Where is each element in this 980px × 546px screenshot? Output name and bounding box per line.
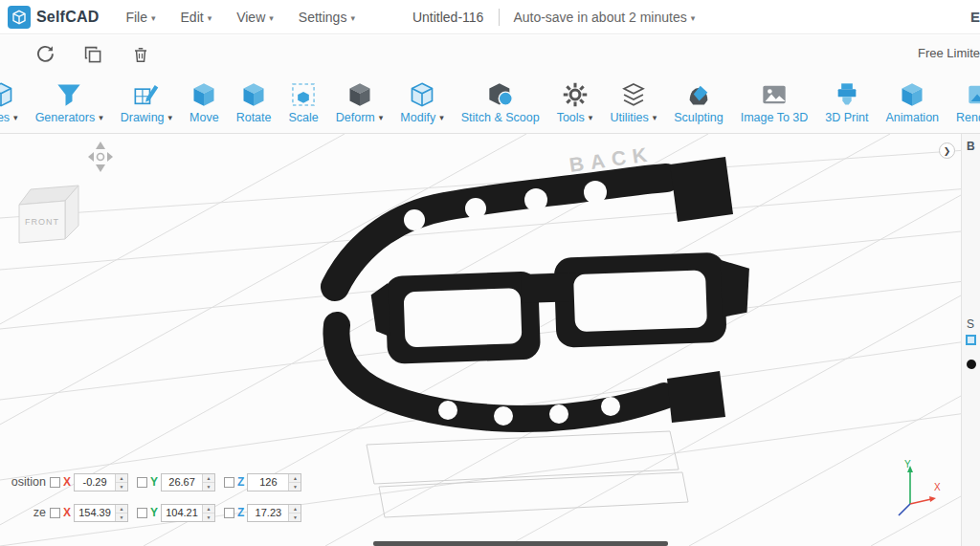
orbit-left-icon	[88, 152, 94, 162]
stepper-down-icon[interactable]	[116, 513, 127, 521]
size-x-checkbox[interactable]	[50, 508, 60, 518]
selfcad-logo-icon	[8, 6, 31, 29]
rotate-icon	[240, 81, 267, 108]
axis-z-arrow-icon	[899, 504, 910, 515]
position-z-input[interactable]: 126	[247, 473, 301, 491]
view-cube[interactable]: FRONT	[8, 176, 94, 252]
position-x-checkbox[interactable]	[50, 477, 60, 488]
right-panel-toggle[interactable]	[939, 142, 955, 159]
scene-item-color-swatch[interactable]	[967, 360, 976, 369]
model-glasses[interactable]	[335, 157, 752, 426]
menu-settings[interactable]: Settings	[299, 10, 355, 25]
stepper-up-icon[interactable]	[203, 474, 214, 483]
tool-utilities[interactable]: Utilities	[601, 81, 665, 124]
stepper-up-icon[interactable]	[289, 474, 301, 483]
tool-animation[interactable]: Animation	[877, 81, 947, 124]
axis-z-label: Z	[237, 475, 244, 489]
stepper-up-icon[interactable]	[116, 474, 127, 483]
size-y-checkbox[interactable]	[137, 508, 147, 518]
redo-icon	[35, 45, 55, 64]
delete-button[interactable]	[124, 41, 157, 68]
size-row: ze X 154.39 Y 104.21	[0, 503, 310, 522]
position-label: osition	[0, 475, 46, 489]
tool-stitch-scoop[interactable]: Stitch & Scoop	[453, 81, 548, 124]
orbit-control[interactable]	[82, 140, 119, 178]
selfcad-logo[interactable]: SelfCAD	[8, 6, 99, 29]
sculpting-icon	[685, 81, 712, 108]
stepper-up-icon[interactable]	[116, 505, 127, 513]
tools-icon	[562, 81, 589, 108]
redo-button[interactable]	[29, 41, 61, 68]
temple-end-block-bottom[interactable]	[667, 371, 725, 423]
menubar-divider	[499, 9, 500, 26]
position-z-checkbox[interactable]	[224, 477, 234, 488]
menu-file[interactable]: File	[125, 10, 155, 25]
position-y-stepper	[202, 474, 214, 491]
stepper-down-icon[interactable]	[203, 513, 214, 521]
3d-viewport[interactable]: BACK	[0, 134, 980, 546]
transform-panel: osition X -0.29 Y 26.67	[0, 472, 310, 534]
generators-icon	[56, 81, 82, 108]
menu-view[interactable]: View	[236, 10, 274, 25]
glasses-front-frame[interactable]	[370, 251, 752, 365]
stepper-down-icon[interactable]	[289, 483, 301, 491]
position-x-stepper	[115, 474, 127, 491]
tool-tools[interactable]: Tools	[548, 81, 602, 124]
tool-modify[interactable]: Modify	[391, 81, 452, 124]
stepper-down-icon[interactable]	[203, 483, 214, 491]
tool-drawing[interactable]: Drawing	[112, 81, 181, 124]
temple-end-block-top[interactable]	[670, 157, 733, 222]
tool-generators[interactable]: Generators	[27, 81, 112, 124]
axis-x-arrow-icon	[929, 496, 936, 502]
axis-y-label: Y	[150, 475, 158, 489]
move-icon	[190, 81, 217, 108]
size-y-stepper	[202, 505, 214, 521]
copy-button[interactable]	[77, 41, 109, 68]
autosave-status[interactable]: Auto-save in about 2 minutes	[513, 10, 695, 25]
tool-3d-print[interactable]: 3D Print	[816, 81, 877, 124]
view-cube-face-label: FRONT	[25, 217, 59, 227]
project-filename[interactable]: Untitled-116	[412, 10, 483, 25]
right-panel-mid-fragment: S	[967, 317, 974, 331]
right-panel-collapsed: B S	[961, 134, 980, 546]
tool-scale[interactable]: Scale	[280, 81, 327, 124]
size-x-input[interactable]: 154.39	[74, 504, 128, 522]
position-y-input[interactable]: 26.67	[161, 473, 215, 491]
scene-item-cube-icon[interactable]	[966, 335, 976, 345]
tool-image-to-3d[interactable]: Image To 3D	[732, 81, 817, 124]
size-label: ze	[0, 506, 46, 519]
menu-edit[interactable]: Edit	[181, 10, 212, 25]
orbit-right-icon	[107, 152, 113, 162]
tool-move[interactable]: Move	[181, 81, 228, 124]
tool-sculpting[interactable]: Sculpting	[665, 81, 731, 124]
copy-icon	[84, 46, 102, 64]
tool-deform[interactable]: Deform	[327, 81, 392, 124]
modify-icon	[409, 81, 435, 108]
axis-z-label: Z	[237, 506, 244, 519]
position-row: osition X -0.29 Y 26.67	[0, 472, 310, 491]
shapes-icon	[0, 81, 14, 108]
3d-print-icon	[834, 81, 860, 108]
orbit-down-icon	[96, 164, 105, 172]
axis-gizmo: Y X	[879, 458, 942, 521]
stepper-down-icon[interactable]	[116, 483, 127, 491]
size-z-checkbox[interactable]	[224, 508, 234, 518]
stepper-up-icon[interactable]	[203, 505, 214, 513]
tool-shapes[interactable]: apes	[0, 81, 27, 124]
animation-icon	[899, 81, 925, 108]
size-y-input[interactable]: 104.21	[161, 504, 215, 522]
selfcad-app: SelfCAD File Edit View Settings Untitled…	[0, 0, 980, 546]
stepper-down-icon[interactable]	[289, 513, 301, 521]
plan-label: Free Limite	[918, 46, 980, 60]
position-z-stepper	[288, 474, 301, 491]
axis-y-label: Y	[150, 506, 158, 519]
tool-rotate[interactable]: Rotate	[228, 81, 280, 124]
position-y-checkbox[interactable]	[137, 477, 147, 488]
size-z-input[interactable]: 17.23	[247, 504, 301, 522]
stitch-scoop-icon	[487, 81, 514, 108]
tool-render[interactable]: Render	[947, 81, 980, 124]
gizmo-y-label: Y	[904, 459, 911, 470]
bottom-scrollbar[interactable]	[373, 541, 668, 546]
stepper-up-icon[interactable]	[289, 505, 301, 513]
position-x-input[interactable]: -0.29	[74, 473, 128, 491]
